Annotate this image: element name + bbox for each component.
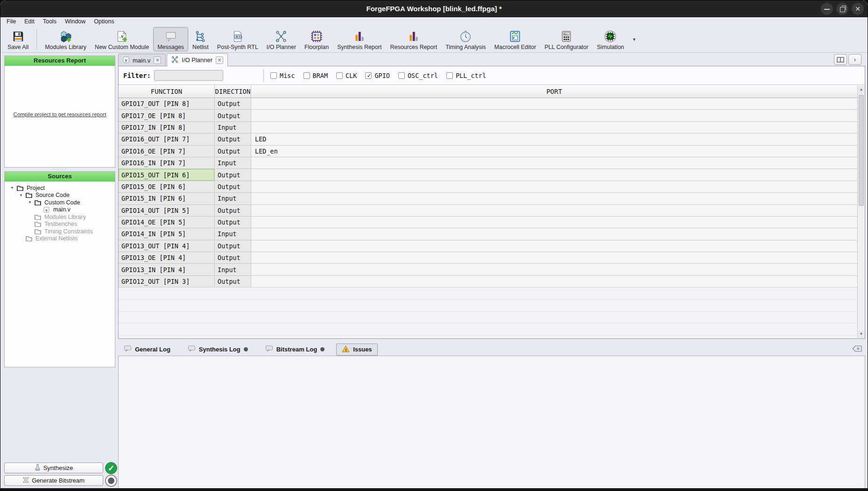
table-row[interactable]: GPIO16_IN [PIN 7]Input [119,157,857,169]
function-cell[interactable]: GPIO16_OE [PIN 7] [119,146,215,157]
direction-cell[interactable]: Output [215,169,251,181]
column-header-port[interactable]: PORT [251,85,857,98]
function-cell[interactable]: GPIO17_IN [PIN 8] [119,122,215,133]
checkbox-misc[interactable]: Misc [270,72,295,79]
menu-options[interactable]: Options [90,17,118,26]
modules-library-button[interactable]: Modules Library [41,27,91,51]
checkbox-bram[interactable]: BRAM [303,72,328,79]
table-row[interactable]: GPIO15_OUT [PIN 6]Output [119,169,857,181]
table-row[interactable]: GPIO12_OUT [PIN 3]Output [119,276,857,288]
function-cell[interactable]: GPIO12_OUT [PIN 3] [119,276,215,288]
table-row[interactable]: GPIO14_OUT [PIN 5]Output [119,205,857,217]
port-cell[interactable] [251,276,857,288]
direction-cell[interactable]: Output [215,240,251,252]
port-cell[interactable] [251,169,857,181]
tree-item-source-code[interactable]: ▼ Source Code [5,192,115,199]
function-cell[interactable]: GPIO14_IN [PIN 5] [119,228,215,240]
function-cell[interactable]: GPIO17_OE [PIN 8] [119,110,215,121]
tree-item-project[interactable]: ▼ Project [5,184,115,192]
function-cell[interactable]: GPIO17_OUT [PIN 8] [119,98,215,110]
scrollbar-thumb[interactable] [859,95,864,206]
direction-cell[interactable]: Output [215,181,251,193]
synthesize-button[interactable]: Synthesize [4,463,103,473]
direction-cell[interactable]: Input [215,122,251,133]
function-cell[interactable]: GPIO14_OE [PIN 5] [119,217,215,228]
port-cell[interactable] [251,205,857,217]
io-planner-button[interactable]: I/O Planner [262,27,300,51]
function-cell[interactable]: GPIO16_OUT [PIN 7] [119,133,215,145]
tree-item-modules-library[interactable]: ▼ Modules Library [5,213,115,221]
tree-item-main-v[interactable]: ▼ v main.v [5,206,115,214]
port-cell[interactable] [251,157,857,169]
function-cell[interactable]: GPIO15_OE [PIN 6] [119,181,215,193]
compile-project-link[interactable]: Compile project to get resources report [14,112,106,117]
netlist-button[interactable]: Netlist [188,27,213,51]
clear-log-icon[interactable] [852,345,862,353]
expander-icon[interactable]: ▼ [28,200,35,204]
pll-configurator-button[interactable]: PLL PLL Configurator [540,27,593,51]
table-row[interactable]: GPIO17_OE [PIN 8]Output [119,110,857,121]
port-cell[interactable] [251,110,857,121]
panel-splitter-handle[interactable]: ······ [4,168,115,171]
direction-cell[interactable]: Output [215,217,251,228]
table-row[interactable]: GPIO16_OUT [PIN 7]OutputLED [119,133,857,145]
function-cell[interactable]: GPIO13_OUT [PIN 4] [119,240,215,252]
tree-item-custom-code[interactable]: ▼ Custom Code [5,199,115,206]
table-row[interactable]: GPIO17_OUT [PIN 8]Output [119,98,857,110]
table-vertical-scrollbar[interactable]: ▲ ▼ [857,85,865,338]
port-cell[interactable] [251,240,857,252]
split-view-button[interactable] [834,54,847,65]
function-cell[interactable]: GPIO16_IN [PIN 7] [119,157,215,169]
scroll-down-icon[interactable]: ▼ [858,330,864,338]
filter-input[interactable] [154,70,223,81]
tab-synthesis-log[interactable]: Synthesis Log [182,344,254,355]
port-cell[interactable] [251,217,857,228]
table-row[interactable]: GPIO13_OUT [PIN 4]Output [119,240,857,252]
tree-item-testbenches[interactable]: ▼ Testbenches [5,221,115,228]
tab-general-log[interactable]: General Log [118,344,176,355]
direction-cell[interactable]: Input [215,193,251,204]
table-row[interactable]: GPIO16_OE [PIN 7]OutputLED_en [119,146,857,157]
close-button[interactable] [852,3,864,15]
synthesis-report-button[interactable]: Synthesis Report [333,27,386,51]
tree-item-timing-constraints[interactable]: ▼ Timing Constraints [5,228,115,235]
function-cell[interactable]: GPIO15_OUT [PIN 6] [119,169,215,181]
menu-edit[interactable]: Edit [20,17,39,26]
tab-main-v[interactable]: v main.v × [118,54,166,66]
port-cell[interactable] [251,252,857,264]
checkbox-osc-ctrl[interactable]: OSC_ctrl [398,72,438,79]
macrocell-editor-button[interactable]: Macrocell Editor [490,27,541,51]
menu-tools[interactable]: Tools [39,17,61,26]
checkbox-clk[interactable]: CLK [336,72,357,79]
table-row[interactable]: GPIO15_IN [PIN 6]Input [119,193,857,204]
direction-cell[interactable]: Input [215,157,251,169]
tree-item-external-netlists[interactable]: ▼ External Netlists [5,235,115,243]
expander-icon[interactable]: ▼ [10,186,17,190]
scroll-up-icon[interactable]: ▲ [858,86,864,93]
title-bar[interactable]: ForgeFPGA Workshop [blink_led.ffpga] * [0,0,868,17]
simulation-button[interactable]: Simulation [593,27,628,51]
column-header-direction[interactable]: DIRECTION [215,85,251,98]
messages-button[interactable]: Messages [153,27,188,51]
direction-cell[interactable]: Input [215,228,251,240]
menu-window[interactable]: Window [61,17,90,26]
port-cell[interactable]: LED [251,133,857,145]
function-cell[interactable]: GPIO15_IN [PIN 6] [119,193,215,204]
menu-file[interactable]: File [2,17,20,26]
port-cell[interactable] [251,98,857,110]
tab-io-planner[interactable]: I/O Planner × [167,53,228,66]
port-cell[interactable]: LED_en [251,146,857,157]
table-row[interactable]: GPIO14_OE [PIN 5]Output [119,217,857,228]
table-row[interactable]: GPIO13_OE [PIN 4]Output [119,252,857,264]
resources-report-button[interactable]: Resources Report [386,27,441,51]
tab-bitstream-log[interactable]: Bitstream Log [260,344,330,355]
function-cell[interactable]: GPIO13_OE [PIN 4] [119,252,215,264]
direction-cell[interactable]: Output [215,133,251,145]
port-cell[interactable] [251,181,857,193]
checkbox-gpio[interactable]: GPIO [365,72,390,79]
direction-cell[interactable]: Output [215,205,251,217]
table-row[interactable]: GPIO15_OE [PIN 6]Output [119,181,857,193]
port-cell[interactable] [251,122,857,133]
port-cell[interactable] [251,264,857,275]
function-cell[interactable]: GPIO13_IN [PIN 4] [119,264,215,275]
